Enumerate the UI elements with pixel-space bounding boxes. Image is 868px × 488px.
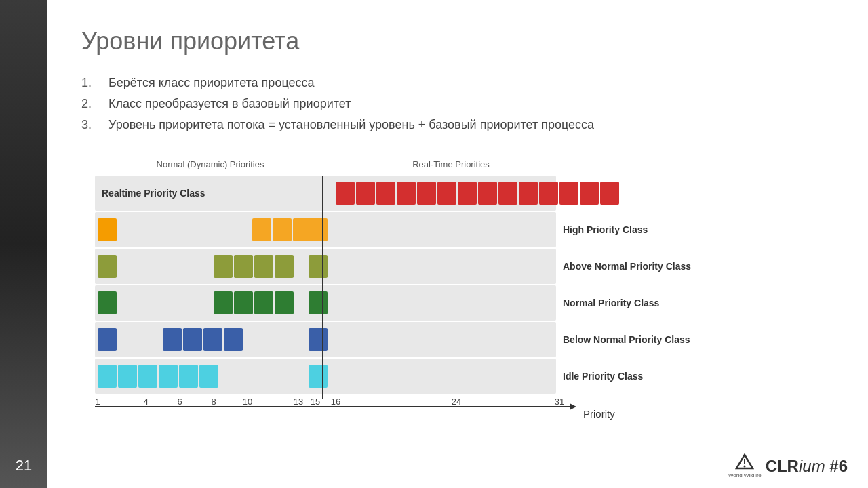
normal-group-blocks (214, 291, 294, 314)
x-label-8: 8 (211, 396, 216, 407)
row-label-idle: Idle Priority Class (563, 371, 643, 382)
idle-group-blocks (98, 365, 218, 388)
high-group-blocks (252, 218, 312, 241)
row-below-normal: Below Normal Priority Class (95, 322, 834, 357)
rt-block-8 (478, 182, 497, 205)
rt-block-6 (437, 182, 456, 205)
rt-block-9 (498, 182, 517, 205)
logo-icon (735, 453, 754, 472)
rt-block-14 (600, 182, 619, 205)
rt-block-7 (458, 182, 477, 205)
below-group-blocks (163, 328, 243, 351)
svg-point-2 (744, 466, 746, 468)
chart-header-normal: Normal (Dynamic) Priorities (115, 159, 305, 169)
list-section: 1. Берётся класс приоритета процесса 2. … (81, 76, 834, 139)
list-num-3: 3. (81, 118, 108, 132)
chart-container: Normal (Dynamic) Priorities Real-Time Pr… (81, 159, 834, 474)
list-item-2: 2. Класс преобразуется в базовый приорит… (81, 97, 834, 111)
rt-block-13 (580, 182, 599, 205)
rt-block-4 (397, 182, 416, 205)
below-single-block (98, 328, 117, 351)
row-label-normal: Normal Priority Class (563, 298, 659, 308)
high-base-block (309, 218, 328, 241)
rt-block-3 (376, 182, 395, 205)
list-num-2: 2. (81, 97, 108, 111)
rt-block-1 (336, 182, 355, 205)
idle-base-block (309, 365, 328, 388)
row-label-below-normal: Below Normal Priority Class (563, 334, 690, 345)
normal-single-block (98, 291, 117, 314)
list-text-2: Класс преобразуется в базовый приоритет (108, 97, 351, 111)
x-label-31: 31 (555, 396, 564, 407)
x-label-6: 6 (177, 396, 182, 407)
above-single-block (98, 255, 117, 278)
x-label-16: 16 (331, 396, 340, 407)
priority-divider-line (322, 176, 323, 399)
realtime-blocks (336, 182, 619, 205)
list-text-1: Берётся класс приоритета процесса (108, 76, 315, 90)
logo-area: World Wildlife CLRium #6 (728, 453, 848, 479)
row-high: High Priority Class (95, 212, 834, 247)
list-num-1: 1. (81, 76, 108, 90)
x-label-1: 1 (95, 396, 100, 407)
row-label-high: High Priority Class (563, 224, 648, 235)
page-title: Уровни приоритета (81, 27, 834, 56)
slide-number: 21 (16, 457, 32, 474)
chart-grid: Realtime Priority Class (95, 176, 834, 417)
row-label-realtime: Realtime Priority Class (102, 188, 205, 199)
row-realtime: Realtime Priority Class (95, 176, 834, 211)
x-label-13: 13 (294, 396, 303, 407)
normal-base-block (309, 291, 328, 314)
main-content: Уровни приоритета 1. Берётся класс приор… (47, 0, 868, 488)
x-label-15: 15 (311, 396, 320, 407)
row-normal: Normal Priority Class (95, 285, 834, 321)
sidebar: 21 (0, 0, 47, 488)
row-label-above-normal: Above Normal Priority Class (563, 261, 691, 272)
list-text-3: Уровень приоритета потока = установленны… (108, 118, 594, 132)
below-base-block (309, 328, 328, 351)
rt-block-11 (539, 182, 558, 205)
list-item-3: 3. Уровень приоритета потока = установле… (81, 118, 834, 132)
x-label-4: 4 (143, 396, 148, 407)
logo-sub-text: World Wildlife (728, 472, 762, 479)
row-idle: Idle Priority Class (95, 359, 834, 394)
chart-header-realtime: Real-Time Priorities (366, 159, 536, 169)
list-item-1: 1. Берётся класс приоритета процесса (81, 76, 834, 90)
logo-text: CLRium #6 (766, 457, 848, 476)
priority-axis-label: Priority (583, 408, 615, 420)
x-axis-arrow (570, 403, 576, 410)
x-axis-container: 1 4 6 8 10 13 15 16 24 31 Priority (95, 396, 834, 417)
above-base-block (309, 255, 328, 278)
rt-block-10 (519, 182, 538, 205)
x-label-24: 24 (452, 396, 461, 407)
rt-block-5 (417, 182, 436, 205)
row-above-normal: Above Normal Priority Class (95, 249, 834, 284)
high-single-block (98, 218, 117, 241)
rt-block-12 (559, 182, 578, 205)
x-label-10: 10 (243, 396, 252, 407)
logo-icon-wrap: World Wildlife (728, 453, 762, 479)
rt-block-2 (356, 182, 375, 205)
above-group-blocks (214, 255, 294, 278)
